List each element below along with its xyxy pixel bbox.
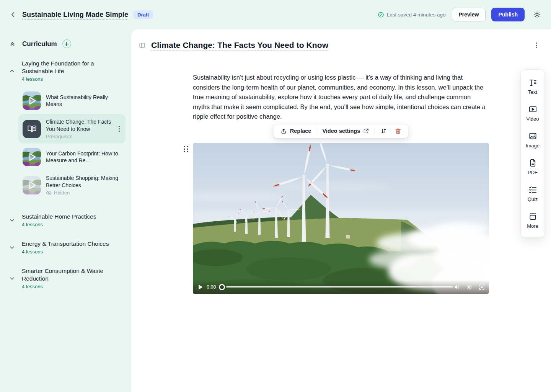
section-title: Sustainable Home Practices	[22, 213, 96, 220]
chevron-down-icon	[9, 276, 15, 281]
chevron-left-icon	[10, 11, 16, 18]
back-button[interactable]	[9, 11, 17, 18]
upload-icon	[280, 128, 287, 134]
lesson-meta-hidden: Hidden	[46, 190, 121, 196]
eye-off-icon	[46, 190, 52, 196]
lesson-title: Sustainable Shopping: Making Better Choi…	[46, 175, 121, 189]
curriculum-title: Curriculum	[22, 40, 57, 48]
video-thumbnail	[23, 91, 41, 110]
reading-thumbnail	[23, 120, 41, 138]
volume-button[interactable]	[454, 284, 460, 290]
gear-icon	[466, 284, 473, 290]
trash-icon	[395, 128, 401, 134]
insert-text-button[interactable]: Text	[521, 73, 544, 100]
current-time: 0:00	[207, 284, 216, 290]
section-title: Energy & Transportation Choices	[22, 240, 109, 248]
gear-icon	[533, 11, 541, 19]
chevron-down-icon	[9, 217, 15, 223]
video-toolbar: Replace Video settings	[273, 124, 409, 138]
section-header[interactable]: Smarter Consumption & Waste Reduction 4 …	[9, 267, 126, 289]
insert-image-button[interactable]: Image	[521, 127, 544, 154]
block-drag-handle[interactable]	[183, 145, 189, 153]
layout-sidebar-icon	[139, 42, 145, 49]
section-lesson-count: 4 lessons	[22, 76, 114, 82]
save-status: Last saved 4 minutes ago	[378, 11, 446, 18]
lesson-title-heading[interactable]: Climate Change: The Facts You Need to Kn…	[151, 41, 328, 50]
lesson-menu-button[interactable]	[535, 41, 539, 49]
video-settings-gear-button[interactable]	[466, 284, 473, 290]
status-badge: Draft	[133, 10, 153, 19]
lesson-item-sustainable-shopping[interactable]: Sustainable Shopping: Making Better Choi…	[18, 170, 126, 200]
plus-icon	[64, 42, 69, 46]
insert-block-panel: Text Video Image PDF Quiz More	[520, 69, 545, 238]
section-lesson-count: 4 lessons	[22, 222, 96, 227]
curriculum-header: Curriculum	[9, 39, 126, 48]
lesson-title: What Sustainability Really Means	[46, 94, 121, 108]
chevron-up-icon	[9, 68, 15, 74]
preview-button[interactable]: Preview	[452, 8, 486, 21]
text-block-icon	[528, 78, 537, 87]
lesson-editor: Climate Change: The Facts You Need to Kn…	[131, 29, 551, 392]
insert-video-button[interactable]: Video	[521, 100, 544, 127]
video-block: Replace Video settings	[193, 143, 489, 294]
video-thumbnail-hidden	[23, 176, 41, 194]
toolbar-divider	[316, 127, 317, 135]
move-block-button[interactable]	[377, 124, 391, 138]
lesson-header: Climate Change: The Facts You Need to Kn…	[131, 29, 551, 50]
insert-quiz-button[interactable]: Quiz	[521, 180, 544, 207]
scrubber-handle[interactable]	[219, 284, 225, 290]
lesson-item-carbon-footprint[interactable]: Your Carbon Footprint: How to Measure an…	[18, 144, 126, 170]
toolbar-divider	[375, 127, 375, 135]
video-thumbnail	[23, 148, 41, 166]
lesson-menu-button[interactable]	[117, 124, 121, 133]
image-block-icon	[528, 132, 537, 140]
curriculum-section: Sustainable Home Practices 4 lessons	[9, 213, 126, 227]
section-header[interactable]: Sustainable Home Practices 4 lessons	[9, 213, 126, 227]
section-title: Smarter Consumption & Waste Reduction	[22, 267, 114, 283]
video-controls: 0:00	[193, 280, 489, 294]
video-settings-button[interactable]: Video settings	[318, 124, 373, 138]
video-player[interactable]: 0:00	[193, 143, 489, 294]
progress-track[interactable]	[226, 286, 453, 287]
replace-video-button[interactable]: Replace	[277, 124, 315, 138]
course-title[interactable]: Sustainable Living Made Simple	[22, 11, 128, 19]
arrows-down-up-icon	[380, 127, 387, 134]
add-section-button[interactable]	[62, 39, 71, 48]
check-circle-icon	[378, 11, 384, 18]
section-lesson-count: 4 lessons	[22, 249, 109, 255]
quiz-block-icon	[528, 185, 537, 194]
pdf-block-icon	[528, 158, 537, 167]
video-block-icon	[528, 105, 537, 114]
chevron-down-icon	[9, 245, 15, 250]
insert-pdf-button[interactable]: PDF	[521, 154, 544, 180]
fullscreen-icon	[478, 284, 485, 291]
lesson-list: What Sustainability Really Means Climate…	[18, 87, 126, 200]
video-poster-wind-turbines	[193, 143, 489, 294]
curriculum-section: Energy & Transportation Choices 4 lesson…	[9, 240, 126, 255]
play-icon	[198, 284, 203, 290]
publish-button[interactable]: Publish	[491, 8, 525, 21]
chevrons-up-icon	[9, 41, 16, 47]
book-open-icon	[27, 124, 37, 134]
curriculum-section: Laying the Foundation for a Sustainable …	[9, 60, 126, 200]
curriculum-section: Smarter Consumption & Waste Reduction 4 …	[9, 267, 126, 289]
lesson-title: Your Carbon Footprint: How to Measure an…	[46, 150, 121, 164]
lesson-title: Climate Change: The Facts You Need to Kn…	[46, 118, 112, 132]
section-header[interactable]: Laying the Foundation for a Sustainable …	[9, 60, 126, 82]
settings-button[interactable]	[533, 11, 541, 19]
volume-icon	[454, 284, 460, 290]
external-link-icon	[363, 128, 369, 134]
lesson-body: Sustainability isn’t just about recyclin…	[193, 73, 489, 294]
sidebar-toggle-button[interactable]	[139, 42, 145, 49]
insert-more-button[interactable]: More	[521, 207, 544, 234]
fullscreen-button[interactable]	[478, 284, 485, 291]
collapse-all-button[interactable]	[9, 41, 16, 47]
lesson-item-climate-change[interactable]: Climate Change: The Facts You Need to Kn…	[18, 114, 126, 144]
section-header[interactable]: Energy & Transportation Choices 4 lesson…	[9, 240, 126, 255]
delete-block-button[interactable]	[391, 124, 405, 138]
section-title: Laying the Foundation for a Sustainable …	[22, 60, 114, 75]
play-button[interactable]	[197, 284, 204, 291]
lesson-paragraph[interactable]: Sustainability isn’t just about recyclin…	[193, 73, 489, 122]
lesson-item-what-sustainability[interactable]: What Sustainability Really Means	[18, 87, 126, 114]
more-blocks-icon	[528, 212, 537, 221]
